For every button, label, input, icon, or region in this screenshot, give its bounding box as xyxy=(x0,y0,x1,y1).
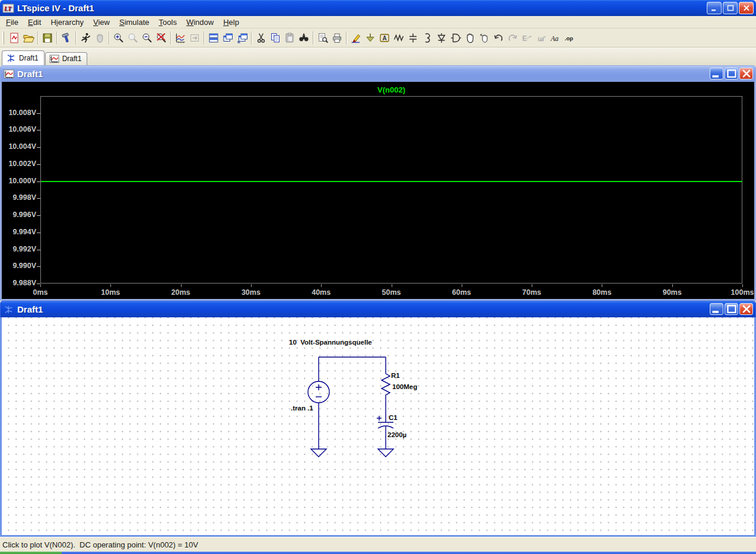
schematic-canvas[interactable]: 10 Volt-Spannungsquelle .tran .1 R1 100M… xyxy=(2,317,754,535)
schematic-window-title: Draft1 xyxy=(17,304,43,314)
tab-schematic-draft1[interactable]: Draft1 xyxy=(2,50,45,65)
text-button[interactable]: Aa xyxy=(548,30,563,46)
undo-icon xyxy=(493,32,504,44)
x-axis-tick-label: 30ms xyxy=(227,288,275,297)
y-axis-tick-mark xyxy=(37,147,40,148)
waveform-window-title-bar[interactable]: Draft1 xyxy=(0,65,756,82)
y-axis-tick-mark xyxy=(37,182,40,182)
menu-edit[interactable]: Edit xyxy=(23,17,46,28)
new-schematic-icon xyxy=(8,32,20,44)
zoom-in-button[interactable] xyxy=(112,30,126,46)
menu-window[interactable]: Window xyxy=(182,17,218,28)
tab-label: Draft1 xyxy=(19,54,39,62)
net-label-button[interactable]: A xyxy=(377,30,392,46)
y-axis-tick-mark xyxy=(37,215,40,216)
ground-button[interactable] xyxy=(363,30,377,46)
trace-v-n002[interactable] xyxy=(41,181,742,182)
zoom-out-icon xyxy=(141,32,153,44)
close-button[interactable] xyxy=(739,2,754,14)
drag-button[interactable] xyxy=(477,30,491,46)
directive-label[interactable]: .tran .1 xyxy=(291,405,313,412)
autorange-plot-button[interactable] xyxy=(173,30,188,46)
component-button[interactable] xyxy=(449,30,463,46)
resistor-value-label[interactable]: 100Meg xyxy=(392,383,417,390)
menu-tools[interactable]: Tools xyxy=(154,17,182,28)
menu-simulate[interactable]: Simulate xyxy=(115,17,154,28)
cascade-windows-icon xyxy=(222,32,234,44)
copy-button[interactable] xyxy=(268,30,282,46)
cascade-windows-button[interactable] xyxy=(221,30,235,46)
wire-button[interactable] xyxy=(349,30,363,46)
control-panel-button[interactable] xyxy=(59,30,74,46)
schematic-window-title-bar[interactable]: Draft1 xyxy=(0,301,756,317)
component-icon xyxy=(450,32,462,44)
y-axis-tick-mark xyxy=(37,266,40,267)
x-axis-tick-mark xyxy=(672,284,673,287)
run-button[interactable] xyxy=(78,30,93,46)
menu-file[interactable]: File xyxy=(1,17,23,28)
svg-text:Aa: Aa xyxy=(550,34,558,42)
menu-help[interactable]: Help xyxy=(218,17,244,28)
diode-button[interactable] xyxy=(434,30,449,46)
halt-button xyxy=(93,30,107,46)
tile-windows-button[interactable] xyxy=(207,30,221,46)
cut-icon xyxy=(255,32,267,44)
toolbar-separator xyxy=(313,31,314,44)
trace-legend[interactable]: V(n002) xyxy=(40,85,742,94)
open-button[interactable] xyxy=(21,30,36,46)
menu-bar: FileEditHierarchyViewSimulateToolsWindow… xyxy=(0,16,756,28)
capacitor-value-label[interactable]: 2200µ xyxy=(387,431,406,438)
zoom-out-button[interactable] xyxy=(140,30,154,46)
minimize-button[interactable] xyxy=(707,2,722,14)
comment-label[interactable]: 10 Volt-Spannungsquelle xyxy=(289,339,372,346)
diode-icon xyxy=(436,32,447,44)
save-button[interactable] xyxy=(40,30,55,46)
taskbar-body-edge[interactable] xyxy=(62,552,756,554)
spice-directive-button[interactable]: .op xyxy=(563,30,577,46)
resistor-icon xyxy=(393,32,405,44)
undo-button[interactable] xyxy=(491,30,506,46)
move-button[interactable] xyxy=(463,30,477,46)
halt-icon xyxy=(94,32,106,44)
toolbar-separator xyxy=(346,31,347,44)
toolbar-separator xyxy=(204,31,205,44)
new-schematic-button[interactable] xyxy=(7,30,21,46)
inductor-button[interactable] xyxy=(420,30,434,46)
capacitor-button[interactable] xyxy=(406,30,420,46)
waveform-close-button[interactable] xyxy=(739,68,753,79)
arrange-windows-icon xyxy=(236,32,248,44)
resistor-name-label[interactable]: R1 xyxy=(391,372,400,379)
waveform-maximize-button[interactable] xyxy=(725,68,738,79)
resistor-button[interactable] xyxy=(392,30,406,46)
print-button[interactable] xyxy=(330,30,344,46)
y-axis-tick-label: 10.004V xyxy=(3,142,36,151)
circuit-drawing xyxy=(2,317,754,535)
waveform-minimize-button[interactable] xyxy=(710,68,723,79)
net-label-icon: A xyxy=(379,32,390,44)
y-axis-tick-label: 9.992V xyxy=(3,245,36,253)
schematic-window: Draft1 xyxy=(0,301,756,537)
schematic-maximize-button[interactable] xyxy=(725,303,738,315)
capacitor-plus-sign xyxy=(377,416,382,421)
menu-hierarchy[interactable]: Hierarchy xyxy=(46,17,88,28)
maximize-icon xyxy=(726,69,737,78)
cut-button[interactable] xyxy=(254,30,268,46)
arrange-windows-button[interactable] xyxy=(235,30,249,46)
print-preview-button[interactable] xyxy=(316,30,330,46)
maximize-button[interactable] xyxy=(723,2,738,14)
svg-text:E: E xyxy=(522,34,527,43)
pan-plot-button xyxy=(188,30,202,46)
plot-area[interactable]: V(n002) 10.008V10.006V10.004V10.002V10.0… xyxy=(2,82,754,299)
zoom-full-extents-button[interactable] xyxy=(154,30,169,46)
run-icon xyxy=(80,32,91,44)
x-axis-tick-label: 40ms xyxy=(297,288,345,297)
tab-waveform-draft1[interactable]: Draft1 xyxy=(45,52,88,65)
waveform-icon xyxy=(4,69,14,79)
menu-view[interactable]: View xyxy=(88,17,115,28)
toolbar-grip[interactable] xyxy=(2,31,4,44)
schematic-close-button[interactable] xyxy=(739,303,753,315)
find-button[interactable] xyxy=(297,30,311,46)
schematic-minimize-button[interactable] xyxy=(710,303,723,315)
capacitor-name-label[interactable]: C1 xyxy=(389,414,398,421)
start-button-edge[interactable] xyxy=(0,552,62,554)
